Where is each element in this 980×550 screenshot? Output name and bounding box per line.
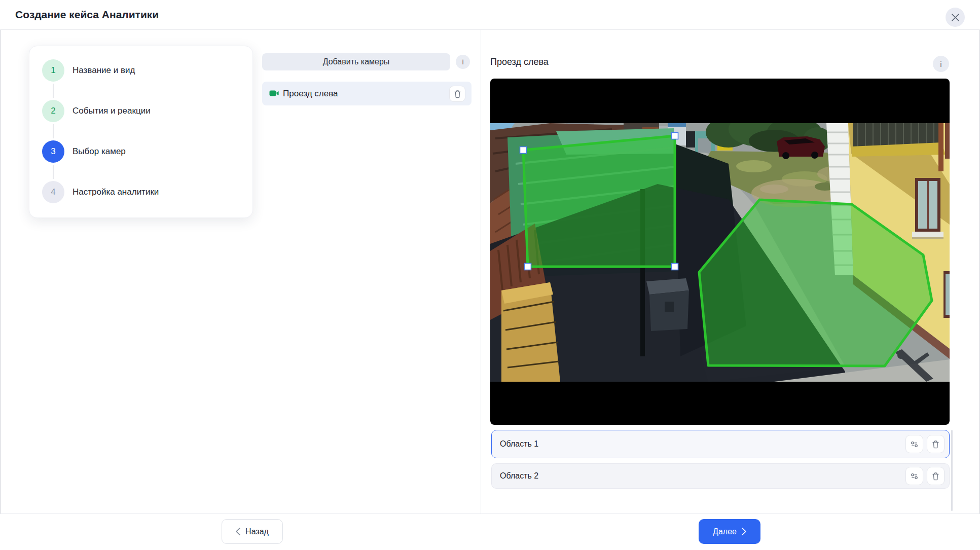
video-camera-icon [269,89,279,97]
camera-frame-scene [490,123,950,382]
close-icon [952,14,959,21]
sliders-icon [910,440,919,449]
add-cameras-button[interactable]: Добавить камеры [262,53,450,70]
region-name: Область 2 [500,464,538,488]
modal-header: Создание кейса Аналитики [0,0,980,30]
close-button[interactable] [946,8,965,27]
step-connector [53,124,54,138]
step-label: Название и вид [72,59,135,82]
step-number-badge: 2 [42,100,64,122]
next-button[interactable]: Далее [699,519,760,544]
step-connector [53,165,54,179]
trash-icon [932,440,939,449]
back-button-label: Назад [245,527,269,536]
create-analytics-case-modal: { "window": { "title": "Создание кейса А… [0,0,980,550]
camera-frame [490,79,950,425]
chevron-right-icon [742,528,746,535]
step-label: Выбор камер [72,140,126,163]
preview-info-button[interactable]: i [933,56,949,72]
region-row-1[interactable]: Область 1 [491,430,950,458]
region-settings-button[interactable] [905,435,923,453]
step-label: События и реакции [72,100,151,122]
preview-camera-title: Проезд слева [490,57,549,67]
panel-scrollbar[interactable] [951,430,953,511]
wizard-step-name-type[interactable]: 1 Название и вид [29,59,252,82]
next-button-label: Далее [713,527,737,536]
remove-camera-button[interactable] [449,86,465,102]
camera-list-item[interactable]: Проезд слева [262,82,471,105]
region-1-polygon[interactable] [523,136,675,267]
info-icon: i [940,60,941,68]
wizard-step-camera-selection[interactable]: 3 Выбор камер [29,140,252,163]
step-number-badge: 1 [42,59,64,82]
column-divider [481,30,481,514]
step-label: Настройка аналитики [72,181,159,203]
region-actions [905,430,945,458]
region-delete-button[interactable] [927,435,945,453]
region-actions [905,464,945,488]
modal-footer: Назад Далее [0,514,980,550]
sliders-icon [910,472,919,481]
wizard-step-analytics-setup[interactable]: 4 Настройка аналитики [29,181,252,203]
camera-name: Проезд слева [283,82,338,105]
info-icon: i [462,58,463,66]
modal-title: Создание кейса Аналитики [15,0,159,29]
region-delete-button[interactable] [927,467,945,485]
step-number-badge: 4 [42,181,64,203]
wizard-step-events-reactions[interactable]: 2 События и реакции [29,100,252,122]
chevron-left-icon [236,528,240,535]
step-connector [53,84,54,98]
region-row-2[interactable]: Область 2 [491,463,950,489]
region-name: Область 1 [500,430,538,458]
cameras-info-button[interactable]: i [456,55,470,69]
region-settings-button[interactable] [905,467,923,485]
trash-icon [454,90,461,98]
step-number-badge: 3 [42,140,64,163]
trash-icon [932,472,939,481]
back-button[interactable]: Назад [222,519,283,544]
wizard-steps-card: 1 Название и вид 2 События и реакции 3 В… [29,46,253,218]
